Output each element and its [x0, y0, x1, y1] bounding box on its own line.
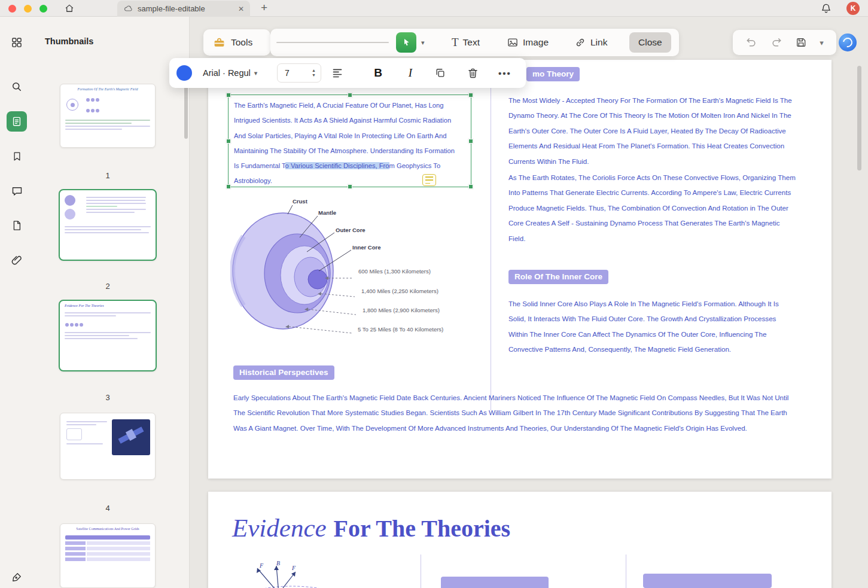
select-tool-button[interactable]: [396, 32, 416, 53]
resize-handle[interactable]: [468, 139, 473, 144]
document-page-2: EvidenceFor The Theories F B F: [208, 492, 832, 588]
text-segment: Is Fundamental T: [234, 162, 285, 169]
redo-icon[interactable]: [770, 36, 782, 48]
resize-handle[interactable]: [348, 184, 352, 189]
ai-assistant-icon[interactable]: [839, 33, 857, 51]
more-options-icon[interactable]: •••: [497, 65, 513, 81]
thumbnail-preview: [60, 413, 155, 461]
font-color-swatch[interactable]: [176, 65, 192, 81]
page2-title: EvidenceFor The Theories: [232, 513, 510, 543]
text-tool-icon: T: [452, 36, 459, 49]
link-tool-button[interactable]: Link: [574, 32, 607, 53]
trash-icon[interactable]: [465, 65, 480, 81]
font-family-dropdown[interactable]: Arial · Regul ▾: [203, 63, 272, 83]
select-tool-dropdown-icon[interactable]: ▾: [421, 39, 425, 47]
mini-diagram-label: B: [276, 560, 280, 566]
thumbnail-preview: [60, 308, 156, 343]
zoom-window-button[interactable]: [39, 5, 47, 13]
thumbnail-page-2[interactable]: [59, 189, 157, 261]
text-line: Maintaining The Stability Of The Atmosph…: [229, 144, 471, 159]
page2-title-italic: Evidence: [232, 514, 327, 542]
selected-text-block[interactable]: The Earth's Magnetic Field, A Crucial Fe…: [228, 95, 471, 187]
toolbar-divider: [276, 42, 389, 43]
thumbnail-title: Evidence For The Theories: [60, 301, 156, 308]
save-dropdown-icon[interactable]: ▾: [820, 38, 824, 47]
resize-handle[interactable]: [468, 184, 473, 189]
diagram-label: Crust: [293, 198, 307, 205]
page-number: 2: [60, 282, 156, 291]
signature-pen-icon[interactable]: [10, 571, 23, 584]
image-tool-button[interactable]: Image: [507, 32, 549, 53]
cloud-icon: [123, 4, 133, 14]
document-tab[interactable]: sample-file-editable ✕: [117, 1, 250, 17]
thumbnail-title: Satellite Communications And Power Grids: [60, 524, 155, 531]
app-grid-icon[interactable]: [10, 36, 23, 49]
bell-icon[interactable]: [820, 2, 832, 17]
user-avatar[interactable]: K: [846, 2, 860, 15]
minimize-window-button[interactable]: [24, 5, 32, 13]
font-family-value: Arial · Regul: [203, 68, 251, 78]
resize-handle[interactable]: [226, 139, 231, 144]
dynamo-theory-heading: mo Theory: [526, 67, 580, 81]
dynamo-paragraph-2: As The Earth Rotates, The Coriolis Force…: [508, 170, 796, 246]
close-window-button[interactable]: [8, 5, 16, 13]
diagram-label: Mantle: [318, 209, 336, 216]
align-note-icon[interactable]: [422, 174, 436, 186]
resize-handle[interactable]: [468, 93, 473, 98]
duplicate-icon[interactable]: [433, 65, 448, 81]
resize-handle[interactable]: [226, 93, 231, 98]
text-line: Is Fundamental To Various Scientific Dis…: [229, 159, 471, 173]
inner-core-heading: Role Of The Inner Core: [508, 270, 608, 284]
diagram-measurement: 5 To 25 Miles (8 To 40 Kilometers): [358, 326, 443, 333]
column-divider: [626, 555, 626, 588]
thumbnail-page-3[interactable]: Evidence For The Theories: [59, 300, 157, 371]
tools-button[interactable]: Tools: [203, 29, 270, 56]
titlebar: sample-file-editable ✕ + K: [0, 0, 868, 17]
toolbox-icon: [213, 36, 226, 49]
size-decrease-icon[interactable]: ▼: [312, 73, 316, 78]
attachment-paperclip-icon[interactable]: [10, 254, 23, 267]
font-size-value: 7: [278, 68, 312, 78]
comment-icon[interactable]: [10, 184, 23, 197]
app-window: sample-file-editable ✕ + K: [0, 0, 868, 588]
close-label: Close: [638, 37, 662, 48]
thumbnail-page-4[interactable]: [60, 413, 156, 480]
diagram-measurement: 1,400 Miles (2,250 Kilometers): [361, 288, 438, 294]
text-tool-label: Text: [463, 37, 480, 48]
italic-button[interactable]: I: [403, 65, 418, 81]
historical-heading: Historical Perspectives: [233, 365, 334, 380]
text-line: Intrigued Scientists. It Acts As A Shiel…: [229, 113, 471, 128]
search-icon[interactable]: [10, 80, 23, 93]
left-icon-rail: [0, 17, 33, 588]
bold-button[interactable]: B: [370, 65, 386, 81]
text-tool-button[interactable]: T Text: [452, 32, 480, 53]
text-line: The Earth's Magnetic Field, A Crucial Fe…: [229, 98, 471, 113]
mini-diagram-label: F: [260, 562, 263, 569]
thumbnail-page-5[interactable]: Satellite Communications And Power Grids: [60, 523, 156, 588]
thumbnails-panel-icon[interactable]: [7, 111, 27, 132]
size-increase-icon[interactable]: ▲: [312, 68, 316, 73]
document-scrollbar[interactable]: [857, 66, 861, 170]
text-format-toolbar: Arial · Regul ▾ 7 ▲▼ B I •••: [169, 58, 526, 88]
tab-close-icon[interactable]: ✕: [238, 5, 244, 13]
resize-handle[interactable]: [348, 93, 352, 98]
undo-icon[interactable]: [745, 36, 757, 48]
home-icon[interactable]: [64, 3, 75, 16]
page-number: 3: [60, 393, 156, 402]
thumbnail-page-1[interactable]: Formation Of The Earth's Magnetic Field: [60, 84, 156, 148]
thumbnail-title: Formation Of The Earth's Magnetic Field: [60, 84, 155, 92]
tools-label: Tools: [231, 37, 252, 48]
close-edit-button[interactable]: Close: [629, 32, 671, 53]
save-icon[interactable]: [795, 36, 807, 48]
mini-diagram-label: F: [292, 565, 296, 571]
thumbnail-preview: [60, 92, 155, 118]
new-tab-button[interactable]: +: [261, 1, 267, 14]
text-line: And Solar Particles, Playing A Vital Rol…: [229, 129, 471, 144]
file-icon[interactable]: [10, 219, 23, 232]
column-divider: [421, 555, 421, 588]
font-size-stepper[interactable]: 7 ▲▼: [277, 63, 321, 83]
document-page-1: The Earth's Magnetic Field, A Crucial Fe…: [208, 60, 832, 479]
align-left-icon[interactable]: [330, 65, 345, 81]
bookmark-icon[interactable]: [10, 150, 23, 163]
resize-handle[interactable]: [226, 184, 231, 189]
